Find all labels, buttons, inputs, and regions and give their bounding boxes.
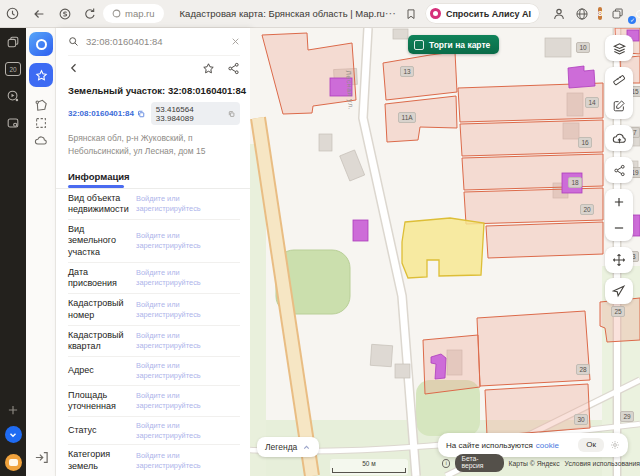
alice-logo-icon [430,8,441,19]
ask-alice-button[interactable]: Спросить Алису AI [425,3,540,24]
mail-app-icon[interactable] [0,454,26,471]
beta-badge: Бета-версия [455,454,503,472]
messenger-app-icon[interactable] [0,426,26,443]
favorites-tool-active[interactable] [29,63,53,87]
parcel-number-plate: 13 [400,66,414,77]
cookie-link[interactable]: cookie [536,441,559,450]
select-area-tool-icon[interactable] [29,116,53,130]
legend-button[interactable]: Легенда [257,437,319,457]
parcel-address: Брянская обл, р-н Жуковский, п Небольсин… [68,132,240,158]
protect-mode-icon[interactable] [58,7,72,21]
share-icon [613,164,626,177]
login-link[interactable]: Войдите или зарегистрируйтесь [130,300,240,319]
map-canvas[interactable]: Лесная ул. 13 11А 10 14 15 16 17 18 19 2… [250,28,640,476]
history-clock-icon[interactable] [5,6,20,21]
url-text: map.ru [125,8,155,19]
cookie-banner: На сайте используются cookie Ок [438,433,628,457]
login-link[interactable]: Войдите или зарегистрируйтесь [130,451,240,470]
terms-link[interactable]: Условия использования [565,460,640,467]
map-footer: i Бета-версия Карты © Яндекс Условия исп… [442,454,640,472]
ruler-button[interactable] [605,67,633,93]
login-link[interactable]: Войдите или зарегистрируйтесь [130,391,240,410]
video-player-icon[interactable] [0,89,26,103]
copy-icon[interactable] [137,110,145,118]
share-button[interactable] [227,62,240,75]
bookmark-icon[interactable] [405,8,417,20]
info-icon[interactable]: i [442,459,450,468]
extension-check-badge: ✓ [628,16,636,24]
favorite-star-button[interactable] [202,62,215,75]
scale-label: 50 м [332,460,406,468]
site-badge-icon [112,9,121,18]
selected-parcel[interactable] [402,218,484,278]
trades-checkbox[interactable] [414,40,424,50]
ruler-icon [612,73,626,87]
profile-icon[interactable] [552,7,566,21]
login-link[interactable]: Войдите или зарегистрируйтесь [130,421,240,440]
layers-button[interactable] [605,35,633,61]
login-icon[interactable] [29,450,53,465]
login-link[interactable]: Войдите или зарегистрируйтесь [130,268,240,287]
tab-information[interactable]: Информация [68,171,130,188]
add-panel-button[interactable] [0,404,26,416]
login-link[interactable]: Войдите или зарегистрируйтесь [130,361,240,380]
draw-button[interactable] [605,93,633,119]
parcel-number-plate: 10 [576,42,590,53]
extensions-icon[interactable] [611,7,624,20]
more-menu-icon[interactable]: ⋯ [385,7,397,20]
minus-icon [613,222,625,234]
upload-button[interactable] [605,125,633,151]
zoom-in-button[interactable] [605,189,633,215]
coordinates-chip[interactable]: 53.416564 33.984089 [151,102,240,125]
info-row: Категория земельВойдите или зарегистриру… [68,445,240,476]
zoom-controls [605,189,633,241]
layers-icon [612,41,627,56]
parcel-info-panel: Земельный участок: 32:08:0160401:84 32:0… [56,28,250,476]
parcel-number-plate: 20 [580,204,594,215]
cadastral-number-link[interactable]: 32:08:0160401:84 [68,109,145,118]
login-link[interactable]: Войдите или зарегистрируйтесь [130,331,240,350]
scale-line [332,468,406,473]
cookie-ok-button[interactable]: Ок [578,438,604,452]
windows-icon[interactable] [0,35,26,49]
back-button[interactable] [32,7,46,21]
copyright-text[interactable]: Карты © Яндекс [509,460,560,467]
locate-me-button[interactable] [605,278,633,304]
edit-icon [612,99,626,113]
login-link[interactable]: Войдите или зарегистрируйтесь [130,231,240,250]
star-icon [35,69,48,82]
info-row: Кадастровый кварталВойдите или зарегистр… [68,326,240,358]
back-chevron-button[interactable] [68,62,80,74]
cloud-upload-icon [612,131,627,146]
trades-on-map-toggle[interactable]: Торги на карте [408,35,499,54]
cookie-settings-icon[interactable] [610,436,620,454]
info-row: Кадастровый номерВойдите или зарегистрир… [68,294,240,326]
map-share-button[interactable] [605,157,633,183]
search-bar[interactable] [68,28,240,56]
search-input[interactable] [86,36,224,47]
translate-globe-icon[interactable] [575,7,589,21]
tabs-counter[interactable]: 20 [0,62,26,76]
map-base-layer [250,28,640,476]
copy-icon[interactable] [228,110,235,118]
app-rail [26,28,56,476]
parcel-number-plate: 14 [585,97,599,108]
refresh-button[interactable] [83,7,97,21]
login-link[interactable]: Войдите или зарегистрируйтесь [130,194,240,213]
map-app-logo[interactable] [29,32,53,56]
notifications-badge[interactable]: 8 [598,7,602,20]
tab-title: Кадастровая карта: Брянская область | Ma… [180,8,385,19]
parcel-number-plate: 29 [620,411,634,422]
parcel-number-plate: 25 [611,306,625,317]
weather-cloud-icon[interactable] [29,134,53,148]
address-bar[interactable]: map.ru [103,4,164,23]
parcel-title: Земельный участок: 32:08:0160401:84 [68,85,240,96]
screenshot-tool-icon[interactable] [0,116,26,130]
zoom-out-button[interactable] [605,215,633,241]
polygon-tool-icon[interactable] [29,98,53,113]
pan-mode-button[interactable] [605,247,633,273]
info-row: Площадь уточненнаяВойдите или зарегистри… [68,386,240,418]
info-row: Дата присвоенияВойдите или зарегистрируй… [68,263,240,295]
clear-search-icon[interactable] [231,37,240,46]
parcel-number-plate: 28 [576,364,590,375]
